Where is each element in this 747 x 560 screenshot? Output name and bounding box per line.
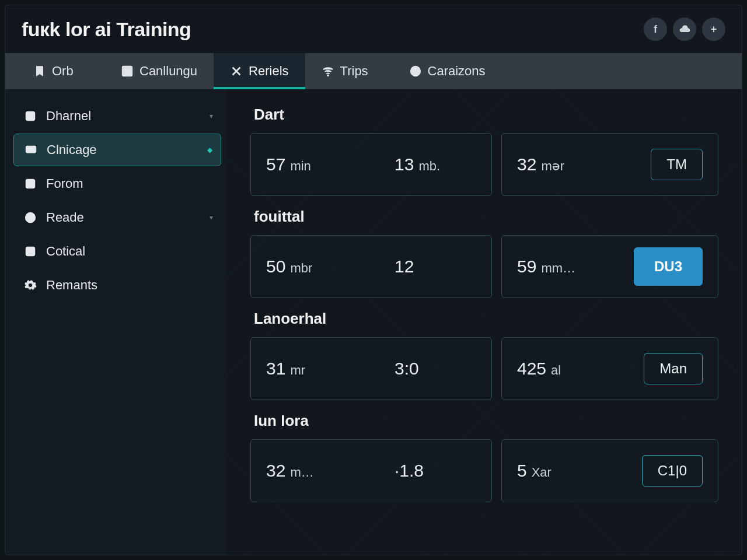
wifi-icon	[322, 65, 334, 78]
svg-rect-6	[26, 146, 36, 153]
grid-icon	[121, 65, 134, 78]
tab-reriels[interactable]: Reriels	[214, 53, 305, 89]
metric: 12	[395, 257, 476, 276]
metric-unit: mbr	[290, 261, 312, 276]
sidebar-item-label: Clnicage	[47, 142, 97, 158]
svg-point-3	[414, 69, 417, 73]
section-title: Dart	[254, 106, 718, 124]
app-header: fuкk lor аi Training f +	[5, 5, 742, 53]
sidebar-item-clnicage[interactable]: Clnicage ◆	[13, 134, 221, 166]
section-title: fouittal	[254, 208, 718, 226]
sidebar-item-reade[interactable]: Reade ▾	[13, 201, 221, 234]
metric-section: Iun Iora32m…·1.85XarC1|0	[250, 412, 718, 502]
sidebar-item-label: Remants	[46, 278, 97, 293]
metric-value: 5	[517, 461, 527, 481]
svg-rect-9	[26, 247, 35, 256]
metric-value: 13	[395, 155, 414, 174]
metric-card: 425alMan	[501, 337, 718, 400]
sidebar-item-label: Reade	[46, 210, 84, 225]
metric: ·1.8	[395, 461, 476, 481]
tab-label: Caraizons	[428, 64, 486, 79]
svg-point-5	[29, 115, 32, 117]
metric-unit: Xar	[532, 465, 551, 480]
sidebar-item-dharnel[interactable]: Dharnel ▾	[13, 100, 221, 132]
metric-card: 57mіn13mb.	[250, 133, 492, 196]
sidebar: Dharnel ▾ Clnicage ◆ Forom Reade ▾ Cotic…	[5, 89, 227, 555]
header-actions: f +	[644, 18, 725, 41]
metric-row: 32m…·1.85XarC1|0	[250, 439, 718, 502]
main-content: Dart57mіn13mb.32mərTMfouittal50mbr1259mm…	[227, 89, 742, 555]
monitor-icon	[25, 144, 37, 156]
metric-unit: al	[551, 363, 561, 378]
close-icon	[230, 65, 243, 78]
metric-value: 3:0	[395, 359, 419, 379]
metric-card: 5XarC1|0	[501, 439, 718, 502]
section-title: Iun Iora	[254, 412, 718, 430]
tab-label: Reriels	[249, 64, 288, 79]
metric-unit: mb.	[418, 159, 440, 174]
metric-value: 50	[266, 257, 285, 276]
tab-label: Orb	[52, 64, 74, 79]
metric-row: 31mr3:0425alMan	[250, 337, 718, 400]
metric-section: Lanoerhal31mr3:0425alMan	[250, 310, 718, 400]
sidebar-item-remants[interactable]: Remants	[13, 269, 221, 302]
metric-card: 32mərTM	[501, 133, 718, 196]
tab-label: Trips	[340, 64, 368, 79]
sidebar-item-label: Cotical	[46, 244, 85, 259]
metric-card: 59mm…DU3	[501, 235, 718, 298]
sidebar-item-label: Forom	[46, 176, 83, 191]
layout-icon	[24, 245, 37, 258]
sidebar-item-cotical[interactable]: Cotical	[13, 235, 221, 268]
diamond-icon: ◆	[207, 146, 212, 154]
metric-value: 32	[266, 461, 285, 481]
tab-caraizons[interactable]: Caraizons	[393, 53, 502, 89]
metric-section: fouittal50mbr1259mm…DU3	[250, 208, 718, 298]
tab-bar: Orb Canllungu Reriels Trips Caraizons	[5, 53, 742, 89]
chevron-down-icon: ▾	[210, 214, 213, 222]
metric-unit: mr	[290, 363, 305, 378]
metric: 32mər	[517, 155, 599, 174]
action-badge[interactable]: TM	[651, 149, 703, 180]
action-badge[interactable]: Man	[644, 353, 703, 384]
metric-card: 31mr3:0	[250, 337, 492, 400]
cloud-icon[interactable]	[673, 18, 696, 41]
metric-row: 57mіn13mb.32mərTM	[250, 133, 718, 196]
metric-value: 425	[517, 359, 546, 379]
metric-value: 12	[395, 257, 414, 276]
metric-unit: mər	[541, 159, 564, 174]
bookmark-icon	[33, 65, 46, 78]
tab-orb[interactable]: Orb	[17, 53, 104, 89]
metric-card: 50mbr12	[250, 235, 492, 298]
info-icon	[24, 211, 37, 224]
metric-unit: mm…	[541, 261, 575, 276]
sidebar-item-forom[interactable]: Forom	[13, 167, 221, 200]
plus-icon[interactable]: +	[702, 18, 725, 41]
action-badge[interactable]: C1|0	[642, 455, 703, 487]
metric-row: 50mbr1259mm…DU3	[250, 235, 718, 298]
checkbox-icon	[24, 177, 37, 190]
gear-icon	[24, 279, 37, 292]
metric: 31mr	[266, 359, 348, 379]
tab-canllungu[interactable]: Canllungu	[104, 53, 214, 89]
tab-trips[interactable]: Trips	[305, 53, 393, 89]
metric-value: 57	[266, 155, 285, 174]
metric-section: Dart57mіn13mb.32mərTM	[250, 106, 718, 196]
metric-value: 31	[266, 359, 285, 379]
svg-point-1	[327, 75, 329, 76]
sidebar-item-label: Dharnel	[46, 108, 91, 124]
metric: 32m…	[266, 461, 348, 481]
metric-value: 59	[517, 257, 536, 276]
metric: 3:0	[395, 359, 476, 379]
chevron-down-icon: ▾	[210, 112, 213, 120]
metric-value: 32	[517, 155, 536, 174]
action-badge[interactable]: DU3	[634, 247, 703, 286]
metric: 57mіn	[266, 155, 348, 174]
metric: 50mbr	[266, 257, 348, 276]
target-icon	[409, 65, 422, 78]
app-title: fuкk lor аi Training	[22, 18, 191, 41]
facebook-icon[interactable]: f	[644, 18, 667, 41]
metric-value: ·1.8	[395, 461, 424, 481]
app-body: Dharnel ▾ Clnicage ◆ Forom Reade ▾ Cotic…	[5, 89, 742, 555]
metric-unit: m…	[290, 465, 313, 480]
metric: 425al	[517, 359, 599, 379]
